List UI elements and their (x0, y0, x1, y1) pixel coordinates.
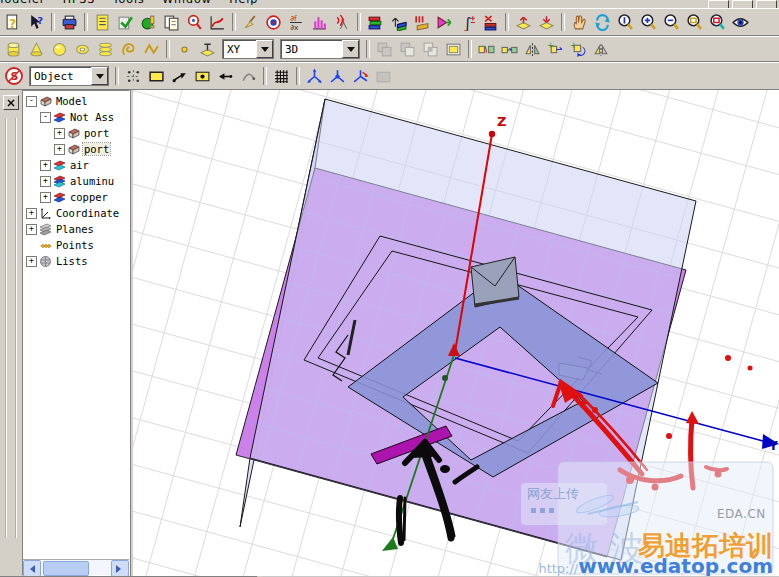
fields-calculator-button[interactable]: ∫ (456, 12, 479, 33)
tree-item-model[interactable]: - Model (23, 93, 129, 109)
analyze-all-button[interactable] (137, 12, 160, 33)
draw-sphere-button[interactable] (48, 39, 71, 60)
assign-boundary-button[interactable] (387, 12, 410, 33)
expand-expander[interactable]: + (54, 144, 65, 155)
tree-item-planes[interactable]: + Planes (23, 221, 129, 237)
draw-cone-button[interactable] (25, 39, 48, 60)
scrollbar-thumb[interactable] (43, 561, 89, 576)
split-button[interactable] (475, 39, 498, 60)
pan-button[interactable] (568, 12, 591, 33)
expand-expander[interactable]: + (26, 208, 37, 219)
tree-item-port1[interactable]: + port (23, 125, 129, 141)
close-button[interactable] (756, 0, 777, 8)
relative-cs-button[interactable] (349, 66, 372, 87)
rotate-view-button[interactable] (591, 12, 614, 33)
duplicate-line-button[interactable] (498, 39, 521, 60)
zoom-in-button[interactable] (637, 12, 660, 33)
tree-item-port2[interactable]: + port (23, 141, 129, 157)
draw-torus-button[interactable] (71, 39, 94, 60)
tree-horizontal-scrollbar[interactable] (23, 559, 129, 575)
snap-edge-button[interactable] (168, 66, 191, 87)
expand-expander[interactable]: + (40, 192, 51, 203)
sheet-list-button[interactable] (442, 39, 465, 60)
expand-expander[interactable]: + (26, 256, 37, 267)
tree-item-air[interactable]: + air (23, 157, 129, 173)
sheet-down-button[interactable] (535, 12, 558, 33)
scroll-right-button[interactable] (111, 560, 129, 577)
collapse-expander[interactable]: - (40, 112, 51, 123)
radiation-button[interactable] (331, 12, 354, 33)
assign-excitation-button[interactable] (410, 12, 433, 33)
combo-dropdown-arrow-icon[interactable] (256, 40, 273, 58)
draw-stack-button[interactable] (94, 39, 117, 60)
derivatives-button[interactable]: ∂f∂x (285, 12, 308, 33)
validate-button[interactable] (114, 12, 137, 33)
duplicate-translate-button[interactable]: + (544, 39, 567, 60)
unite-button[interactable] (373, 39, 396, 60)
validation-check-button[interactable] (91, 12, 114, 33)
duplicate-mirror-button[interactable] (590, 39, 613, 60)
3d-viewport[interactable]: Z Y (133, 90, 779, 576)
context-help-button[interactable]: ? (25, 12, 48, 33)
tree-item-coordinate[interactable]: + Coordinate (23, 205, 129, 221)
help-topics-button[interactable]: ? (2, 12, 25, 33)
menu-tools[interactable]: Tools (113, 0, 145, 6)
duplicate-rotate-button[interactable]: + (567, 39, 590, 60)
draw-helix-button[interactable] (117, 39, 140, 60)
create-report-button[interactable] (206, 12, 229, 33)
menu-hfss[interactable]: HFSS (63, 0, 95, 6)
maximize-button[interactable] (732, 0, 753, 8)
global-cs-button[interactable] (326, 66, 349, 87)
tree-item-aluminum[interactable]: + aluminu (23, 173, 129, 189)
create-cs-button[interactable] (303, 66, 326, 87)
snap-arc-button[interactable] (237, 66, 260, 87)
drawing-plane-combo[interactable]: XY (222, 39, 274, 59)
grid-settings-button[interactable] (270, 66, 293, 87)
snap-vertex-button[interactable] (145, 66, 168, 87)
expand-expander[interactable]: + (40, 160, 51, 171)
snap-intersection-button[interactable] (214, 66, 237, 87)
delete-solutions-button[interactable] (479, 12, 502, 33)
collapse-expander[interactable]: - (26, 96, 37, 107)
draw-polyline-button[interactable] (140, 39, 163, 60)
expand-expander[interactable]: + (40, 176, 51, 187)
assign-material-button[interactable] (364, 12, 387, 33)
statistics-button[interactable] (308, 12, 331, 33)
menu-modeler[interactable]: Modeler (0, 0, 45, 6)
tree-item-copper[interactable]: + copper (23, 189, 129, 205)
tree-item-points[interactable]: Points (23, 237, 129, 253)
close-panel-button[interactable] (3, 95, 19, 110)
mesh-operations-button[interactable] (433, 12, 456, 33)
snap-grid-points-button[interactable] (122, 66, 145, 87)
draw-point-button[interactable] (173, 39, 196, 60)
combo-dropdown-arrow-icon[interactable] (342, 40, 359, 58)
field-overlays-button[interactable] (183, 12, 206, 33)
view-orientation-button[interactable] (729, 12, 752, 33)
zoom-window-button[interactable] (683, 12, 706, 33)
tree-item-not-assigned[interactable]: - Not Ass (23, 109, 129, 125)
combo-dropdown-arrow-icon[interactable] (91, 67, 108, 85)
optimetrics-button[interactable] (262, 12, 285, 33)
draw-plane-button[interactable] (196, 39, 219, 60)
zoom-out-button[interactable] (660, 12, 683, 33)
selection-mode-combo[interactable]: Object (29, 66, 109, 86)
minimize-button[interactable] (708, 0, 729, 8)
snap-center-button[interactable] (191, 66, 214, 87)
cleanup-solutions-button[interactable] (239, 12, 262, 33)
mirror-button[interactable] (521, 39, 544, 60)
subtract-button[interactable] (396, 39, 419, 60)
scroll-left-button[interactable] (23, 560, 41, 577)
draw-cylinder-button[interactable] (2, 39, 25, 60)
scrollbar-track[interactable] (89, 560, 111, 575)
expand-expander[interactable]: + (54, 128, 65, 139)
menu-window[interactable]: Window (162, 0, 211, 6)
zoom-dynamic-button[interactable] (614, 12, 637, 33)
menu-help[interactable]: Help (229, 0, 258, 6)
cs-list-button[interactable] (372, 66, 395, 87)
sheet-up-button[interactable] (512, 12, 535, 33)
tree-item-lists[interactable]: + Lists (23, 253, 129, 269)
view-mode-combo[interactable]: 3D (280, 39, 360, 59)
zoom-selection-button[interactable] (706, 12, 729, 33)
print-button[interactable] (58, 12, 81, 33)
solution-data-button[interactable] (160, 12, 183, 33)
